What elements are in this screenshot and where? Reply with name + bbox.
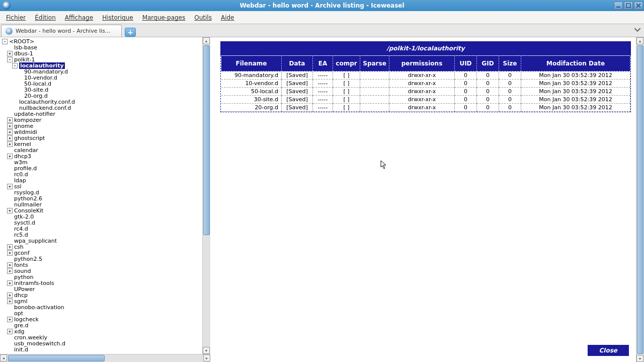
th-data[interactable]: Data <box>282 56 313 71</box>
table-row[interactable]: 50-local.d[Saved]-----[ ]drwxr-xr-x000Mo… <box>221 88 630 96</box>
tree-item[interactable]: +dhcp3 <box>2 153 202 159</box>
tree-item[interactable]: 90-mandatory.d <box>2 68 202 75</box>
tree-item[interactable]: rc4.d <box>2 226 202 232</box>
tree-item[interactable]: nullmailer <box>2 201 202 207</box>
scroll-thumb-h[interactable] <box>8 355 105 361</box>
expand-icon[interactable]: + <box>7 141 13 147</box>
tree-item[interactable]: python <box>2 274 202 280</box>
tree-item[interactable]: +fonts <box>2 262 202 268</box>
tree-item[interactable]: opt <box>2 310 202 316</box>
th-size[interactable]: Size <box>499 56 521 71</box>
expand-icon[interactable]: + <box>7 299 13 304</box>
tree-item[interactable]: +initramfs-tools <box>2 280 202 286</box>
tree-item[interactable]: -polkit-1 <box>2 56 202 62</box>
table-row[interactable]: 10-vendor.d[Saved]-----[ ]drwxr-xr-x000M… <box>221 80 630 88</box>
tree-item[interactable]: lsb-base <box>2 44 202 50</box>
tree-item[interactable]: UPower <box>2 286 202 292</box>
tree-item[interactable]: +dhcp <box>2 292 202 298</box>
tree-item[interactable]: python2.5 <box>2 256 202 262</box>
menu-affichage[interactable]: Affichage <box>61 13 97 23</box>
th-perm[interactable]: permissions <box>389 56 455 71</box>
tree-item[interactable]: bonobo-activation <box>2 304 202 310</box>
scroll-right-icon[interactable]: ▸ <box>203 354 210 361</box>
tree-item[interactable]: +sound <box>2 268 202 274</box>
tree-item[interactable]: +kernel <box>2 141 202 147</box>
tree-item[interactable]: rsyslog.d <box>2 189 202 195</box>
tree-item[interactable]: w3m <box>2 159 202 165</box>
expand-icon[interactable]: + <box>7 293 13 298</box>
table-row[interactable]: 20-org.d[Saved]-----[ ]drwxr-xr-x000Mon … <box>221 104 630 112</box>
tree-item[interactable]: -localauthority <box>2 62 202 68</box>
scroll-left-icon[interactable]: ◂ <box>0 354 7 361</box>
tree-item[interactable]: wpa_supplicant <box>2 238 202 244</box>
th-uid[interactable]: UID <box>455 56 477 71</box>
expand-icon[interactable]: + <box>7 154 13 159</box>
scroll-up-icon[interactable]: ▴ <box>203 37 210 44</box>
th-sparse[interactable]: Sparse <box>360 56 389 71</box>
maximize-button[interactable] <box>624 2 633 10</box>
tree-item[interactable]: ldap <box>2 177 202 183</box>
expand-icon[interactable]: + <box>7 123 13 129</box>
expand-icon[interactable]: + <box>7 280 13 286</box>
minimize-button[interactable] <box>614 2 623 10</box>
tree-item[interactable]: +gnome <box>2 123 202 129</box>
th-compr[interactable]: compr <box>333 56 360 71</box>
expand-icon[interactable]: + <box>7 129 13 135</box>
th-gid[interactable]: GID <box>477 56 499 71</box>
menu-marquepages[interactable]: Marque-pages <box>138 13 190 23</box>
tree-item[interactable]: +ConsoleKit <box>2 207 202 213</box>
content-vertical-scrollbar[interactable]: ▴ ▾ <box>636 37 644 362</box>
tree-item[interactable]: rc0.d <box>2 171 202 177</box>
tree-item[interactable]: usb_modeswitch.d <box>2 340 202 346</box>
tree-item[interactable]: python2.6 <box>2 195 202 201</box>
tree-item[interactable]: localauthority.conf.d <box>2 99 202 105</box>
th-filename[interactable]: Filename <box>221 56 282 71</box>
tree-item[interactable]: update-notifier <box>2 111 202 117</box>
tree-item[interactable]: sysctl.d <box>2 220 202 226</box>
tree-item[interactable]: +logcheck <box>2 316 202 322</box>
tree-item[interactable]: +xdg <box>2 328 202 334</box>
table-row[interactable]: 90-mandatory.d[Saved]-----[ ]drwxr-xr-x0… <box>221 71 630 80</box>
menu-aide[interactable]: Aide <box>217 13 238 23</box>
menu-outils[interactable]: Outils <box>190 13 216 23</box>
tree-item[interactable]: +csh <box>2 244 202 250</box>
tree-item[interactable]: 30-site.d <box>2 87 202 93</box>
tree-item[interactable]: profile.d <box>2 165 202 171</box>
expand-icon[interactable]: + <box>7 317 13 322</box>
tabs-dropdown-icon[interactable] <box>634 26 641 33</box>
th-modif[interactable]: Modifaction Date <box>521 56 630 71</box>
scroll-down-icon[interactable]: ▾ <box>636 355 643 362</box>
expand-icon[interactable]: + <box>7 117 13 123</box>
close-listing-button[interactable]: Close <box>588 345 629 356</box>
tree-item[interactable]: init.d <box>2 346 202 352</box>
expand-icon[interactable]: + <box>7 244 13 250</box>
tree-item[interactable]: -<ROOT> <box>2 38 202 44</box>
collapse-icon[interactable]: - <box>12 63 18 68</box>
scroll-up-icon[interactable]: ▴ <box>636 37 643 44</box>
browser-tab[interactable]: Webdar - hello word - Archive lis... <box>1 25 122 37</box>
collapse-icon[interactable]: - <box>7 57 13 62</box>
tree-item[interactable]: +ssl <box>2 183 202 189</box>
tree-item[interactable]: +gconf <box>2 250 202 256</box>
collapse-icon[interactable]: - <box>2 39 8 44</box>
expand-icon[interactable]: + <box>7 208 13 213</box>
menu-edition[interactable]: Édition <box>31 13 60 23</box>
scroll-thumb[interactable] <box>203 45 210 235</box>
tree-item[interactable]: nullbackend.conf.d <box>2 105 202 111</box>
tree-item[interactable]: gtk-2.0 <box>2 213 202 220</box>
expand-icon[interactable]: + <box>7 184 13 189</box>
tree-item[interactable]: cron.weekly <box>2 334 202 340</box>
scroll-thumb[interactable] <box>637 45 643 354</box>
tree-item[interactable]: +kompozer <box>2 117 202 123</box>
expand-icon[interactable]: + <box>7 262 13 268</box>
tree-item[interactable]: +sgml <box>2 298 202 304</box>
tree-item[interactable]: 10-vendor.d <box>2 75 202 81</box>
table-row[interactable]: 30-site.d[Saved]-----[ ]drwxr-xr-x000Mon… <box>221 96 630 104</box>
expand-icon[interactable]: + <box>7 135 13 141</box>
tree-horizontal-scrollbar[interactable]: ◂ ▸ <box>0 354 210 362</box>
new-tab-button[interactable]: + <box>125 28 136 37</box>
tree-item[interactable]: gre.d <box>2 322 202 328</box>
directory-tree[interactable]: -<ROOT>lsb-base+dbus-1-polkit-1-localaut… <box>0 37 202 354</box>
tree-vertical-scrollbar[interactable]: ▴ ▾ <box>202 37 210 354</box>
th-ea[interactable]: EA <box>313 56 333 71</box>
